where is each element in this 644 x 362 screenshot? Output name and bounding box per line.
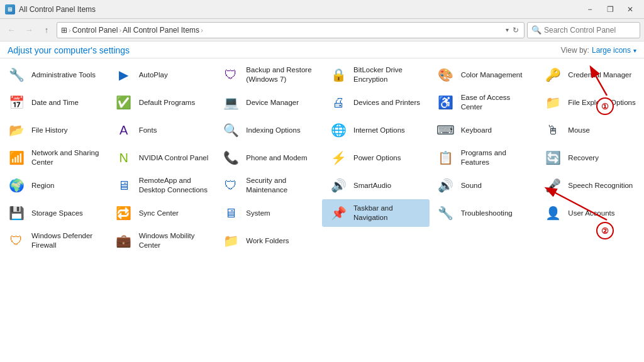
cp-icon-power-opts: ⚡ [328, 148, 348, 168]
cp-item-storage[interactable]: 💾 Storage Spaces [0, 199, 108, 227]
cp-label-devices-print: Devices and Printers [353, 98, 420, 107]
address-dropdown-btn[interactable]: ▾ [506, 26, 509, 33]
cp-icon-ease-access: ♿ [436, 92, 456, 112]
cp-item-devices-print[interactable]: 🖨 Devices and Printers [322, 89, 430, 116]
cp-item-file-history[interactable]: 📂 File History [0, 116, 108, 144]
address-icon: ⊞ [61, 26, 67, 35]
cp-icon-mouse: 🖱 [543, 120, 563, 140]
cp-label-power-opts: Power Options [353, 153, 401, 163]
cp-item-network-share[interactable]: 📶 Network and Sharing Center [0, 144, 108, 172]
cp-icon-recovery: 🔄 [543, 148, 563, 168]
cp-item-power-opts[interactable]: ⚡ Power Options [322, 144, 430, 172]
cp-label-default-prog: Default Programs [139, 98, 195, 107]
cp-item-work-folders[interactable]: 📁 Work Folders [214, 227, 322, 255]
cp-label-file-history: File History [31, 126, 68, 135]
title-bar-left: ⊞ All Control Panel Items [5, 4, 96, 14]
cp-item-user-accts[interactable]: 👤 User Accounts [536, 199, 644, 227]
view-by-value[interactable]: Large icons [592, 46, 631, 55]
cp-label-smartaudio: SmartAudio [353, 181, 391, 190]
cp-item-device-mgr[interactable]: 💻 Device Manager [214, 89, 322, 116]
cp-label-color-mgmt: Color Management [461, 70, 523, 80]
cp-icon-color-mgmt: 🎨 [436, 65, 456, 85]
cp-label-credential: Credential Manager [568, 70, 631, 80]
address-control-panel: Control Panel [72, 26, 118, 35]
cp-item-phone-modem[interactable]: 📞 Phone and Modem [214, 144, 322, 172]
view-by-control: View by: Large icons ▾ [561, 46, 636, 55]
cp-label-fonts: Fonts [139, 126, 157, 135]
cp-item-sound[interactable]: 🔊 Sound [430, 172, 537, 199]
cp-item-programs[interactable]: 📋 Programs and Features [430, 144, 537, 172]
minimize-button[interactable]: − [581, 3, 599, 16]
address-all-items: All Control Panel Items [123, 26, 199, 35]
cp-item-region[interactable]: 🌍 Region [0, 172, 108, 199]
cp-icon-win-defender: 🛡 [6, 231, 26, 251]
back-button[interactable]: ← [4, 23, 19, 38]
cp-item-indexing[interactable]: 🔍 Indexing Options [214, 116, 322, 144]
window-title: All Control Panel Items [19, 5, 96, 14]
cp-item-taskbar[interactable]: 📌 Taskbar and Navigation [322, 199, 430, 227]
cp-item-system[interactable]: 🖥 System [214, 199, 322, 227]
cp-item-trouble[interactable]: 🔧 Troubleshooting [430, 199, 537, 227]
cp-item-security[interactable]: 🛡 Security and Maintenance [214, 172, 322, 199]
search-input[interactable] [544, 26, 638, 35]
cp-item-mouse[interactable]: 🖱 Mouse [536, 116, 644, 144]
maximize-button[interactable]: ❐ [601, 3, 619, 16]
view-by-arrow-icon[interactable]: ▾ [633, 47, 636, 54]
cp-label-win-defender: Windows Defender Firewall [31, 231, 101, 250]
cp-item-sync[interactable]: 🔁 Sync Center [108, 199, 215, 227]
address-bar[interactable]: ⊞ › Control Panel › All Control Panel It… [57, 22, 525, 38]
cp-item-admin-tools[interactable]: 🔧 Administrative Tools [0, 61, 108, 89]
title-bar-controls: − ❐ ✕ [581, 3, 639, 16]
cp-icon-security: 🛡 [221, 175, 241, 195]
view-by-label: View by: [561, 46, 589, 55]
cp-item-datetime[interactable]: 📅 Date and Time [0, 89, 108, 116]
cp-icon-indexing: 🔍 [221, 120, 241, 140]
cp-item-backup-restore[interactable]: 🛡 Backup and Restore (Windows 7) [214, 61, 322, 89]
forward-button[interactable]: → [21, 23, 36, 38]
cp-label-autoplay: AutoPlay [139, 70, 168, 80]
address-path: ⊞ › Control Panel › All Control Panel It… [61, 26, 503, 35]
cp-icon-keyboard: ⌨ [436, 120, 456, 140]
cp-icon-devices-print: 🖨 [328, 92, 348, 112]
cp-icon-speech: 🎤 [543, 175, 563, 195]
cp-item-smartaudio[interactable]: 🔊 SmartAudio [322, 172, 430, 199]
cp-item-autoplay[interactable]: ▶ AutoPlay [108, 61, 215, 89]
close-button[interactable]: ✕ [621, 3, 639, 16]
search-bar[interactable]: 🔍 [527, 22, 640, 38]
cp-item-recovery[interactable]: 🔄 Recovery [536, 144, 644, 172]
cp-label-mouse: Mouse [568, 126, 590, 135]
cp-icon-fonts: A [114, 120, 134, 140]
refresh-button[interactable]: ↻ [511, 25, 520, 36]
cp-item-credential[interactable]: 🔑 Credential Manager [536, 61, 644, 89]
cp-item-bitlocker[interactable]: 🔒 BitLocker Drive Encryption [322, 61, 430, 89]
cp-item-win-defender[interactable]: 🛡 Windows Defender Firewall [0, 227, 108, 255]
cp-label-device-mgr: Device Manager [246, 98, 299, 107]
content-header: Adjust your computer's settings View by:… [0, 41, 644, 58]
cp-label-nvidia: NVIDIA Control Panel [139, 153, 209, 163]
cp-icon-win-mobility: 💼 [114, 231, 134, 251]
cp-label-region: Region [31, 181, 54, 190]
cp-item-internet-opts[interactable]: 🌐 Internet Options [322, 116, 430, 144]
cp-icon-admin-tools: 🔧 [6, 65, 26, 85]
cp-item-nvidia[interactable]: N NVIDIA Control Panel [108, 144, 215, 172]
cp-item-color-mgmt[interactable]: 🎨 Color Management [430, 61, 537, 89]
cp-label-indexing: Indexing Options [246, 126, 300, 135]
cp-item-win-mobility[interactable]: 💼 Windows Mobility Center [108, 227, 215, 255]
cp-label-system: System [246, 209, 270, 218]
cp-label-storage: Storage Spaces [31, 209, 83, 218]
cp-icon-phone-modem: 📞 [221, 148, 241, 168]
cp-label-file-explorer: File Explorer Options [568, 98, 635, 107]
cp-item-speech[interactable]: 🎤 Speech Recognition [536, 172, 644, 199]
cp-item-keyboard[interactable]: ⌨ Keyboard [430, 116, 537, 144]
cp-label-security: Security and Maintenance [246, 176, 316, 195]
cp-item-remote-app[interactable]: 🖥 RemoteApp and Desktop Connections [108, 172, 215, 199]
cp-item-default-prog[interactable]: ✅ Default Programs [108, 89, 215, 116]
cp-item-ease-access[interactable]: ♿ Ease of Access Center [430, 89, 537, 116]
toolbar: ← → ↑ ⊞ › Control Panel › All Control Pa… [0, 19, 644, 41]
up-button[interactable]: ↑ [39, 23, 54, 38]
cp-icon-work-folders: 📁 [221, 231, 241, 251]
cp-item-file-explorer[interactable]: 📁 File Explorer Options [536, 89, 644, 116]
control-panel-grid: 🔧 Administrative Tools ▶ AutoPlay 🛡 Back… [0, 58, 644, 257]
cp-item-fonts[interactable]: A Fonts [108, 116, 215, 144]
cp-label-programs: Programs and Features [461, 148, 531, 167]
